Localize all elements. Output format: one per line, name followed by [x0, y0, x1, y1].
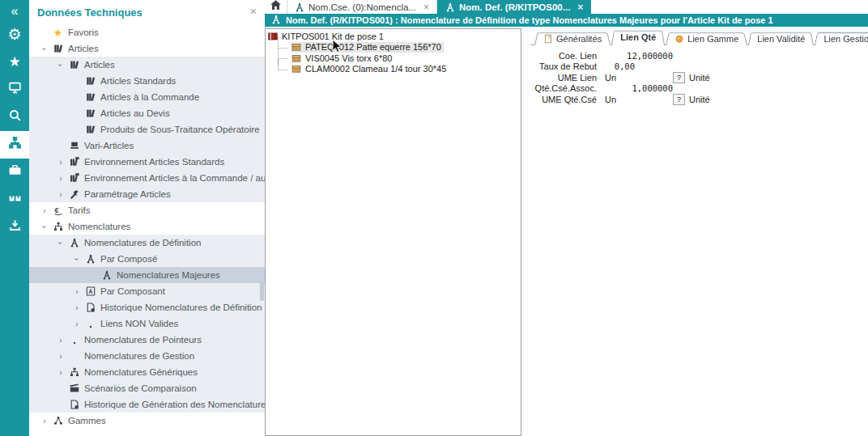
lookup-button[interactable]: ? [673, 94, 685, 105]
tree-item[interactable]: Articles au Devis [29, 105, 265, 121]
tree-item[interactable]: Nomenclatures Majeures [29, 267, 265, 283]
wrench-icon [68, 189, 80, 200]
chevron-right-icon[interactable]: › [53, 352, 68, 361]
composition-item[interactable]: PATEQ0012 Patte equerre 156*70 [274, 42, 521, 53]
tree-item[interactable]: ›€Tarifs [29, 202, 265, 218]
tree-item[interactable]: Scénarios de Comparaison [29, 380, 265, 396]
chevron-right-icon[interactable]: › [70, 303, 84, 312]
modules-icon [8, 191, 22, 209]
tree-item-label: Nomenclatures [68, 222, 130, 231]
chevron-right-icon[interactable]: › [53, 336, 68, 345]
tree-item[interactable]: ›Par Composant [29, 283, 265, 299]
detail-tab[interactable]: Lien Validité [748, 32, 814, 45]
detail-tab[interactable]: Généralités [534, 32, 611, 45]
chevron-down-icon[interactable]: › [53, 61, 68, 70]
close-icon[interactable]: × [250, 5, 257, 18]
tree-item[interactable]: Produits de Sous-Traitance Opératoire [29, 121, 265, 138]
document-tab-bar: Nom.Cse. (0):Nomencla...×Nom. Def. (R/KI… [265, 0, 868, 14]
tree-item[interactable]: ›Articles [29, 40, 265, 57]
tree-item[interactable]: ★Favoris [29, 24, 265, 40]
document-tab-label: Nom. Def. (R/KITPOS00... [459, 2, 570, 12]
document-tab[interactable]: Nom.Cse. (0):Nomencla...× [287, 0, 437, 14]
tree-item[interactable]: ›Par Composé [29, 251, 265, 267]
field-value[interactable]: 0,00 [605, 61, 635, 71]
tree-item-label: Environnement Articles Standards [84, 157, 224, 167]
detail-tab[interactable]: Lien Gestion [815, 32, 868, 45]
panel-splitter[interactable] [522, 28, 528, 436]
chevron-down-icon[interactable]: › [53, 239, 68, 248]
chevron-right-icon[interactable]: › [53, 174, 68, 183]
euro-icon: € [52, 205, 64, 216]
chevron-right-icon[interactable]: › [53, 368, 68, 377]
nom-doc-icon [84, 286, 96, 297]
field-value[interactable]: Un [605, 73, 673, 83]
chevron-right-icon[interactable]: › [70, 287, 84, 296]
chevron-down-icon[interactable]: › [70, 255, 84, 264]
field-value[interactable]: 1,000000 [605, 83, 673, 93]
tree-item-label: Historique de Génération des Nomenclatur… [84, 400, 266, 409]
tree-item[interactable]: ›Nomenclatures [29, 218, 265, 235]
tree-item[interactable]: ›Gammes [29, 413, 265, 429]
tree-item[interactable]: Articles à la Commande [29, 89, 265, 105]
close-icon[interactable]: × [423, 2, 429, 13]
ball-icon [674, 34, 684, 44]
star-icon: ★ [8, 54, 20, 70]
tree-item[interactable]: Articles Standards [29, 73, 265, 89]
field-label: Qté.Csé.Assoc. [529, 83, 597, 93]
detail-tab[interactable]: Lien Gamme [666, 32, 747, 45]
composition-item-label: CLAM0002 Clameau 1/4 tour 30*45 [305, 64, 446, 74]
tree-item-label: Nomenclatures de Gestion [84, 351, 194, 361]
nom-def-icon [271, 15, 281, 26]
composition-root-label: KITPOS001 Kit de pose 1 [282, 32, 384, 41]
nom-def-icon [295, 2, 304, 12]
books-flag-icon [68, 173, 80, 184]
nav-panel-header: Données Techniques × [29, 0, 265, 24]
chevron-down-icon[interactable]: › [37, 44, 52, 53]
tree-item[interactable]: ›Articles [29, 57, 265, 73]
search-icon [8, 108, 22, 126]
tree-item[interactable]: ›Liens NON Valides [29, 315, 265, 332]
tree-item[interactable]: ›Environnement Articles Standards [29, 154, 265, 170]
nav-scrollbar-thumb[interactable] [260, 281, 264, 301]
sidebar-favorites[interactable]: ★ [0, 49, 29, 76]
tree-item[interactable]: Vari-Articles [29, 138, 265, 154]
chevron-right-icon[interactable]: › [70, 320, 84, 328]
field-label: Taux de Rebut [529, 61, 597, 71]
document-tab[interactable]: Nom. Def. (R/KITPOS00...× [437, 0, 591, 14]
sidebar-hierarchy[interactable] [0, 131, 29, 159]
tree-item-label: Par Composé [100, 254, 157, 264]
chevron-right-icon[interactable]: › [37, 417, 52, 425]
chevron-right-icon[interactable]: › [53, 190, 68, 199]
tree-item[interactable]: ›Nomenclatures de Définition [29, 235, 265, 251]
lookup-button[interactable]: ? [673, 72, 685, 83]
chevron-right-icon[interactable]: › [37, 206, 52, 215]
icon-rail: «⚙★ [0, 0, 29, 436]
sidebar-monitor[interactable] [0, 76, 29, 104]
tree-item[interactable]: ›Historique Nomenclatures de Définition [29, 299, 265, 315]
chevron-right-icon[interactable]: › [53, 158, 68, 167]
sidebar-download[interactable] [0, 214, 29, 241]
sidebar-briefcase[interactable] [0, 159, 29, 186]
tree-item[interactable]: ›Nomenclatures de Gestion [29, 348, 265, 364]
field-value[interactable]: 12,000000 [605, 51, 673, 61]
sidebar-modules[interactable] [0, 186, 29, 214]
sidebar-settings[interactable]: ⚙ [0, 21, 29, 49]
field-label: Coe. Lien [529, 51, 597, 61]
tree-item-label: Environnement Articles à la Commande / a… [84, 173, 266, 183]
sidebar-search[interactable] [0, 104, 29, 131]
composition-root[interactable]: KITPOS001 Kit de pose 1 [268, 31, 521, 42]
home-button[interactable] [265, 0, 287, 14]
tree-item[interactable]: ›Environnement Articles à la Commande / … [29, 170, 265, 186]
hierarchy-icon [8, 136, 22, 154]
tree-item[interactable]: ›Paramétrage Articles [29, 186, 265, 202]
tree-item[interactable]: Historique de Génération des Nomenclatur… [29, 396, 265, 413]
close-icon[interactable]: × [577, 2, 583, 13]
tree-item[interactable]: ›Nomenclatures Génériques [29, 364, 265, 380]
field-value[interactable]: Un [605, 95, 673, 104]
detail-tab[interactable]: Lien Qté [611, 29, 665, 45]
tree-item[interactable]: ›Nomenclatures de Pointeurs [29, 332, 265, 348]
sidebar-collapse[interactable]: « [0, 0, 29, 21]
chevron-down-icon[interactable]: › [37, 222, 52, 231]
composition-item[interactable]: VIS0045 Vis torx 6*80 [274, 53, 521, 64]
composition-item[interactable]: CLAM0002 Clameau 1/4 tour 30*45 [274, 64, 521, 75]
